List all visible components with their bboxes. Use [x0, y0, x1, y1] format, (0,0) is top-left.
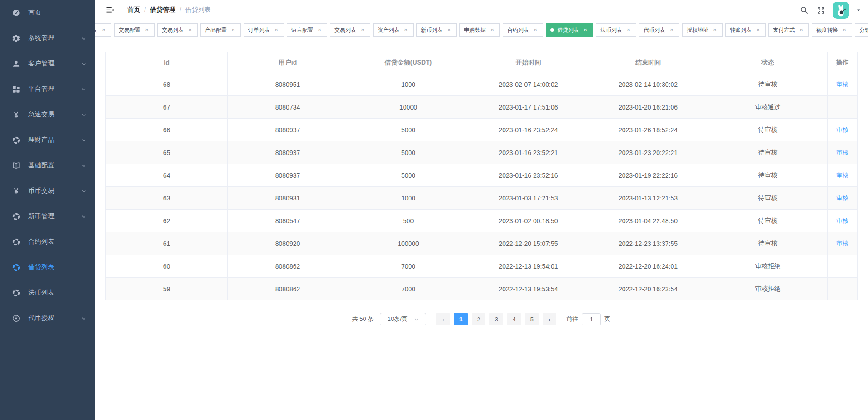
- sidebar-item-3[interactable]: 平台管理: [0, 76, 95, 102]
- sidebar-item-10[interactable]: 借贷列表: [0, 255, 95, 280]
- tab-4[interactable]: 订单列表×: [244, 23, 284, 37]
- tab-12[interactable]: 法币列表×: [596, 23, 636, 37]
- close-icon[interactable]: ×: [230, 27, 236, 33]
- close-icon[interactable]: ×: [144, 27, 150, 33]
- avatar[interactable]: [833, 2, 849, 19]
- tab-16[interactable]: 支付方式×: [768, 23, 809, 37]
- hamburger-icon[interactable]: [105, 5, 115, 15]
- audit-link[interactable]: 审核: [837, 240, 848, 247]
- fullscreen-icon[interactable]: [816, 5, 826, 15]
- page-button-3[interactable]: 3: [489, 313, 503, 325]
- close-icon[interactable]: ×: [625, 27, 632, 33]
- sidebar-item-0[interactable]: 首页: [0, 0, 95, 25]
- close-icon[interactable]: ×: [403, 27, 409, 33]
- tab-3[interactable]: 产品配置×: [200, 23, 241, 37]
- page-button-5[interactable]: 5: [525, 313, 539, 325]
- audit-link[interactable]: 审核: [837, 217, 848, 224]
- close-icon[interactable]: ×: [532, 27, 539, 33]
- audit-link[interactable]: 审核: [837, 195, 848, 201]
- tab-11[interactable]: 借贷列表×: [546, 23, 593, 37]
- close-icon[interactable]: ×: [273, 27, 279, 33]
- tab-18[interactable]: 分销管理×: [855, 23, 868, 37]
- close-icon[interactable]: ×: [668, 27, 675, 33]
- sidebar-item-9[interactable]: 合约列表: [0, 229, 95, 255]
- sidebar-item-6[interactable]: 基础配置: [0, 153, 95, 178]
- sidebar-item-4[interactable]: 急速交易: [0, 102, 95, 127]
- close-icon[interactable]: ×: [841, 27, 848, 33]
- audit-link[interactable]: 审核: [837, 126, 848, 133]
- table-row: 63808093110002023-01-03 17:21:532023-01-…: [106, 187, 858, 210]
- tab-label: 法币列表: [600, 26, 622, 34]
- close-icon[interactable]: ×: [100, 27, 107, 33]
- tab-17[interactable]: 额度转换×: [812, 23, 852, 37]
- page-button-2[interactable]: 2: [472, 313, 485, 325]
- loans-table: Id用户id借贷金额(USDT)开始时间结束时间状态操作 68808095110…: [105, 52, 858, 300]
- tab-1[interactable]: 交易配置×: [114, 23, 155, 37]
- tab-label: 资产列表: [378, 26, 399, 34]
- tab-9[interactable]: 申购数据×: [459, 23, 500, 37]
- breadcrumb-home[interactable]: 首页: [127, 6, 140, 14]
- search-icon[interactable]: [799, 5, 809, 15]
- cell-id: 63: [106, 187, 228, 210]
- tab-0[interactable]: 列表×: [95, 23, 111, 37]
- breadcrumb: 首页 / 借贷管理 / 借贷列表: [127, 6, 211, 14]
- column-header: 开始时间: [469, 52, 588, 73]
- tab-14[interactable]: 授权地址×: [682, 23, 723, 37]
- sidebar-item-5[interactable]: 理财产品: [0, 127, 95, 153]
- tab-10[interactable]: 合约列表×: [503, 23, 543, 37]
- close-icon[interactable]: ×: [446, 27, 452, 33]
- audit-link[interactable]: 审核: [837, 149, 848, 156]
- prev-page-button[interactable]: ‹: [436, 313, 450, 325]
- caret-down-icon[interactable]: [856, 7, 862, 13]
- cell-end_time: 2022-12-23 13:37:55: [588, 232, 708, 255]
- audit-link[interactable]: 审核: [837, 172, 848, 179]
- close-icon[interactable]: ×: [187, 27, 193, 33]
- breadcrumb-section[interactable]: 借贷管理: [150, 6, 175, 14]
- grid-icon: [11, 84, 21, 94]
- close-icon[interactable]: ×: [582, 27, 589, 33]
- tab-15[interactable]: 转账列表×: [725, 23, 766, 37]
- tab-7[interactable]: 资产列表×: [373, 23, 414, 37]
- goto-page-input[interactable]: [582, 313, 601, 325]
- cell-id: 62: [106, 210, 228, 232]
- tab-label: 代币列表: [644, 26, 665, 34]
- cell-action: [828, 96, 858, 119]
- page-button-4[interactable]: 4: [507, 313, 521, 325]
- table-row: 59808086270002022-12-13 19:53:542022-12-…: [106, 278, 858, 300]
- sidebar-item-1[interactable]: 系统管理: [0, 25, 95, 51]
- user-icon: [11, 59, 21, 69]
- audit-link[interactable]: 审核: [837, 81, 848, 88]
- cell-id: 59: [106, 278, 228, 300]
- close-icon[interactable]: ×: [755, 27, 761, 33]
- close-icon[interactable]: ×: [712, 27, 718, 33]
- cell-amount: 7000: [348, 255, 469, 278]
- close-icon[interactable]: ×: [489, 27, 495, 33]
- tab-label: 授权地址: [687, 26, 708, 34]
- sidebar-item-2[interactable]: 客户管理: [0, 51, 95, 76]
- tab-6[interactable]: 交易列表×: [330, 23, 370, 37]
- sidebar-item-8[interactable]: 新币管理: [0, 204, 95, 229]
- page-button-1[interactable]: 1: [454, 313, 468, 325]
- sidebar-item-7[interactable]: 币币交易: [0, 178, 95, 204]
- next-page-button[interactable]: ›: [543, 313, 556, 325]
- page-size-select[interactable]: 10条/页: [380, 313, 426, 325]
- chevron-down-icon: [81, 60, 87, 67]
- main-area: 首页 / 借贷管理 / 借贷列表: [95, 0, 868, 420]
- tab-2[interactable]: 交易列表×: [157, 23, 198, 37]
- chevron-down-icon: [81, 137, 87, 143]
- close-icon[interactable]: ×: [316, 27, 323, 33]
- tab-label: 订单列表: [248, 26, 270, 34]
- cell-user_id: 8080862: [228, 278, 348, 300]
- cell-end_time: 2023-01-20 16:21:06: [588, 96, 708, 119]
- column-header: 状态: [708, 52, 828, 73]
- cell-action: 审核: [828, 119, 858, 141]
- tab-5[interactable]: 语言配置×: [287, 23, 327, 37]
- close-icon[interactable]: ×: [359, 27, 366, 33]
- cell-action: 审核: [828, 164, 858, 187]
- tab-13[interactable]: 代币列表×: [639, 23, 679, 37]
- close-icon[interactable]: ×: [798, 27, 804, 33]
- tab-8[interactable]: 新币列表×: [416, 23, 457, 37]
- sidebar-item-12[interactable]: 代币授权: [0, 305, 95, 331]
- cell-id: 60: [106, 255, 228, 278]
- sidebar-item-11[interactable]: 法币列表: [0, 280, 95, 305]
